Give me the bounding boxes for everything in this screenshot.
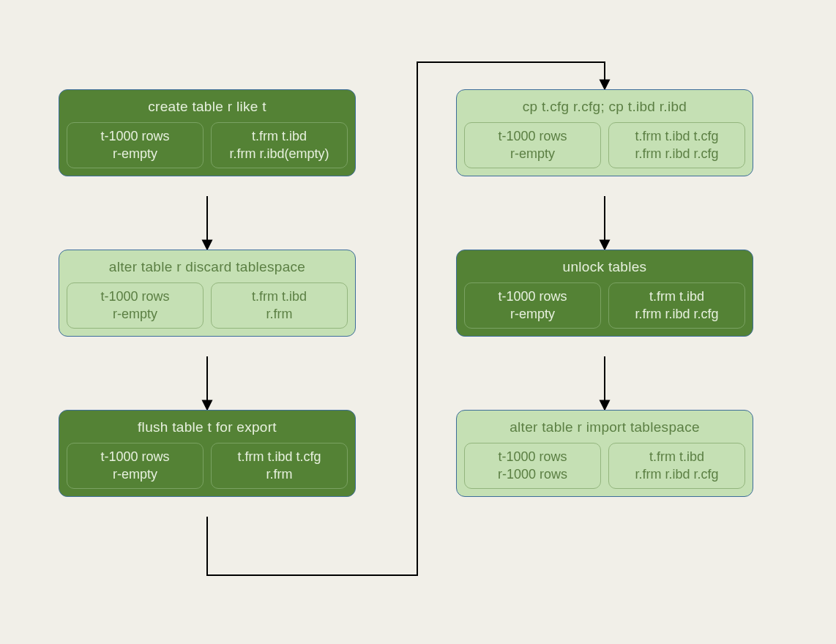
step-title: cp t.cfg r.cfg; cp t.ibd r.ibd: [464, 99, 745, 115]
state-files: t.frm t.ibd r.frm r.ibd r.cfg: [608, 282, 745, 329]
step-discard-tablespace: alter table r discard tablespace t-1000 …: [59, 250, 356, 337]
step-unlock-tables: unlock tables t-1000 rows r-empty t.frm …: [456, 250, 753, 337]
state-rows: t-1000 rows r-empty: [464, 122, 601, 168]
state-files: t.frm t.ibd r.frm r.ibd(empty): [211, 122, 348, 168]
step-cp-files: cp t.cfg r.cfg; cp t.ibd r.ibd t-1000 ro…: [456, 89, 753, 176]
step-import-tablespace: alter table r import tablespace t-1000 r…: [456, 410, 753, 497]
step-title: alter table r discard tablespace: [67, 259, 348, 275]
state-files: t.frm t.ibd r.frm r.ibd r.cfg: [608, 443, 745, 489]
step-title: flush table t for export: [67, 419, 348, 435]
step-title: unlock tables: [464, 259, 745, 275]
state-rows: t-1000 rows r-empty: [464, 282, 601, 329]
step-title: alter table r import tablespace: [464, 419, 745, 435]
step-title: create table r like t: [67, 99, 348, 115]
state-rows: t-1000 rows r-empty: [67, 122, 204, 168]
state-files: t.frm t.ibd r.frm: [211, 282, 348, 329]
state-files: t.frm t.ibd t.cfg r.frm r.ibd r.cfg: [608, 122, 745, 168]
state-files: t.frm t.ibd t.cfg r.frm: [211, 443, 348, 489]
state-rows: t-1000 rows r-empty: [67, 443, 204, 489]
state-rows: t-1000 rows r-1000 rows: [464, 443, 601, 489]
state-rows: t-1000 rows r-empty: [67, 282, 204, 329]
step-flush-export: flush table t for export t-1000 rows r-e…: [59, 410, 356, 497]
step-create-table: create table r like t t-1000 rows r-empt…: [59, 89, 356, 176]
